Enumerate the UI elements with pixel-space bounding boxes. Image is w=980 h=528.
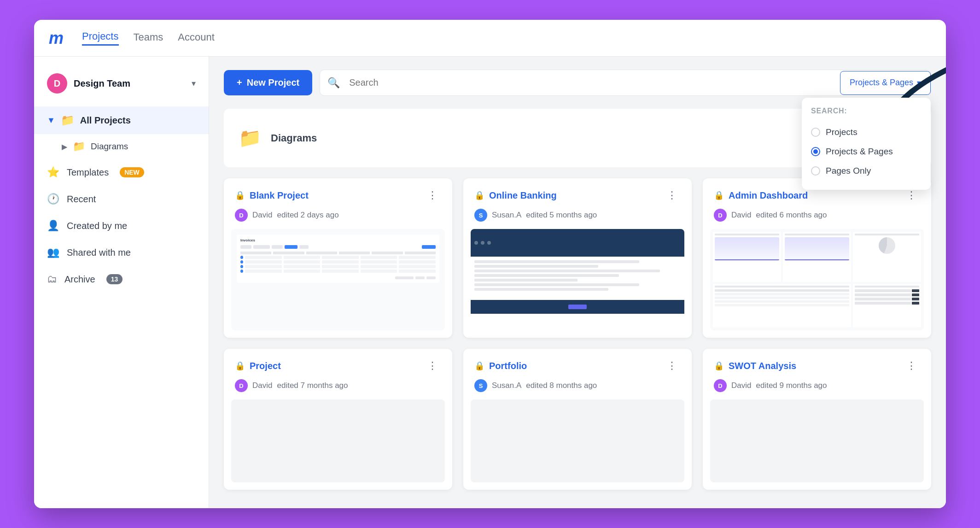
shared-with-me-label: Shared with me: [67, 247, 131, 258]
dashboard-preview-content: [710, 229, 924, 330]
archive-label: Archive: [64, 274, 95, 285]
project-card-online-banking[interactable]: 🔒 Online Banking ⋮ S Susan.A edited 5 mo…: [463, 178, 692, 338]
admin-dashboard-preview: [710, 229, 924, 330]
project-meta: D David edited 7 months ago: [224, 379, 452, 399]
templates-new-badge: NEW: [120, 167, 144, 177]
portfolio-preview: [471, 399, 684, 482]
radio-projects-pages-inner: [813, 149, 818, 154]
swot-header: 🔒 SWOT Analysis ⋮: [703, 349, 931, 379]
admin-dashboard-more-button[interactable]: ⋮: [903, 188, 920, 203]
dash-card-title-2: [785, 234, 849, 235]
swot-edited: edited 9 months ago: [756, 381, 827, 390]
dropdown-option-projects-label: Projects: [826, 127, 858, 137]
team-avatar: D: [47, 73, 67, 94]
lock-icon-2: 🔒: [474, 190, 484, 200]
archive-icon: 🗂: [47, 273, 57, 285]
folder-card-icon: 📁: [239, 127, 262, 149]
diagrams-folder-icon: 📁: [73, 141, 85, 153]
dash-card-3: [853, 232, 921, 282]
nav-account[interactable]: Account: [178, 31, 215, 45]
blank-project-avatar: D: [235, 209, 248, 222]
dash-card-2: [783, 232, 851, 282]
project-more-button[interactable]: ⋮: [424, 358, 441, 374]
sidebar-item-all-projects[interactable]: ▼ 📁 All Projects: [34, 106, 209, 134]
dropdown-option-projects-pages-label: Projects & Pages: [826, 147, 893, 157]
radio-projects-pages: [811, 147, 820, 156]
all-projects-folder-icon: 📁: [61, 114, 75, 127]
project-avatar: D: [235, 379, 248, 392]
sidebar-item-archive[interactable]: 🗂 Archive 13: [34, 266, 209, 293]
search-icon: 🔍: [320, 77, 340, 89]
blank-project-header: 🔒 Blank Project ⋮: [224, 178, 452, 209]
banking-preview-content: [471, 229, 684, 330]
dash-chart-2: [785, 237, 849, 260]
created-by-me-icon: 👤: [47, 220, 59, 232]
team-selector[interactable]: D Design Team ▾: [34, 68, 209, 99]
invoice-toolbar: [240, 245, 436, 249]
dash-card-4: [853, 284, 921, 328]
dash-card-title-1: [715, 234, 779, 235]
project-preview: [231, 399, 445, 482]
project-card-swot[interactable]: 🔒 SWOT Analysis ⋮ D David edited 9 month…: [703, 349, 931, 490]
lock-icon-5: 🔒: [474, 361, 484, 371]
sidebar-item-templates[interactable]: ⭐ Templates NEW: [34, 159, 209, 186]
project-card-admin-dashboard[interactable]: 🔒 Admin Dashboard ⋮ D David edited 6 mon…: [703, 178, 931, 338]
blank-project-edited: edited 2 days ago: [277, 211, 338, 220]
search-filter-label: Projects & Pages: [850, 78, 913, 88]
search-input[interactable]: [340, 70, 840, 95]
swot-more-button[interactable]: ⋮: [903, 358, 920, 374]
sidebar-item-recent[interactable]: 🕐 Recent: [34, 186, 209, 212]
dropdown-option-pages-only[interactable]: Pages Only: [811, 161, 922, 181]
bank-bottom: [471, 300, 684, 314]
portfolio-header: 🔒 Portfolio ⋮: [463, 349, 692, 379]
filter-chevron-icon: ▾: [917, 78, 921, 88]
dash-chart-1: [715, 237, 779, 260]
all-projects-label: All Projects: [80, 115, 131, 126]
radio-pages-only: [811, 166, 820, 176]
bank-dot-3: [487, 241, 491, 245]
diagrams-label: Diagrams: [91, 141, 128, 152]
sidebar-item-created-by-me[interactable]: 👤 Created by me: [34, 212, 209, 239]
lock-icon-3: 🔒: [714, 190, 724, 200]
dash-table-title: [715, 286, 849, 287]
new-project-plus-icon: +: [237, 77, 242, 88]
project-card-portfolio[interactable]: 🔒 Portfolio ⋮ S Susan.A edited 8 months …: [463, 349, 692, 490]
dash-card-title-3: [855, 234, 919, 235]
dash-card-table: [713, 284, 851, 328]
project-card-blank-project[interactable]: 🔒 Blank Project ⋮ D David edited 2 days …: [224, 178, 452, 338]
blank-project-preview-content: Invoices: [231, 229, 445, 330]
online-banking-preview: [471, 229, 684, 330]
dropdown-label: SEARCH:: [811, 107, 922, 115]
swot-preview: [710, 399, 924, 482]
nav-projects[interactable]: Projects: [82, 30, 118, 46]
admin-dashboard-title: 🔒 Admin Dashboard: [714, 190, 808, 201]
arrow-right-icon: ▶: [62, 142, 67, 151]
sidebar-item-diagrams[interactable]: ▶ 📁 Diagrams: [34, 134, 209, 159]
content-area: + New Project 🔍 Projects & Pages ▾ SEARC…: [209, 57, 946, 508]
new-project-button[interactable]: + New Project: [224, 70, 312, 95]
sidebar-item-shared-with-me[interactable]: 👥 Shared with me: [34, 239, 209, 266]
dash-chart-line-2: [785, 259, 849, 260]
portfolio-more-button[interactable]: ⋮: [663, 358, 681, 374]
online-banking-more-button[interactable]: ⋮: [663, 188, 681, 203]
nav-teams[interactable]: Teams: [134, 31, 163, 45]
blank-project-more-button[interactable]: ⋮: [424, 188, 441, 203]
bank-content: [471, 257, 684, 296]
online-banking-header: 🔒 Online Banking ⋮: [463, 178, 692, 209]
portfolio-edited: edited 8 months ago: [526, 381, 597, 390]
dash-card-title-4: [855, 286, 919, 287]
dropdown-option-projects[interactable]: Projects: [811, 123, 922, 142]
project-user: David: [252, 381, 272, 390]
swot-meta: D David edited 9 months ago: [703, 379, 931, 399]
admin-dashboard-edited: edited 6 months ago: [756, 211, 827, 220]
top-nav: m Projects Teams Account: [34, 20, 946, 57]
dash-card-1: [713, 232, 781, 282]
chevron-down-icon: ▾: [192, 78, 196, 88]
archive-count-badge: 13: [106, 274, 123, 284]
app-logo: m: [49, 29, 64, 48]
dash-pie-chart: [879, 237, 895, 254]
project-card-project[interactable]: 🔒 Project ⋮ D David edited 7 months ago: [224, 349, 452, 490]
dropdown-option-projects-pages[interactable]: Projects & Pages: [811, 142, 922, 161]
search-filter-button[interactable]: Projects & Pages ▾: [840, 71, 931, 95]
invoice-title: Invoices: [240, 238, 436, 242]
